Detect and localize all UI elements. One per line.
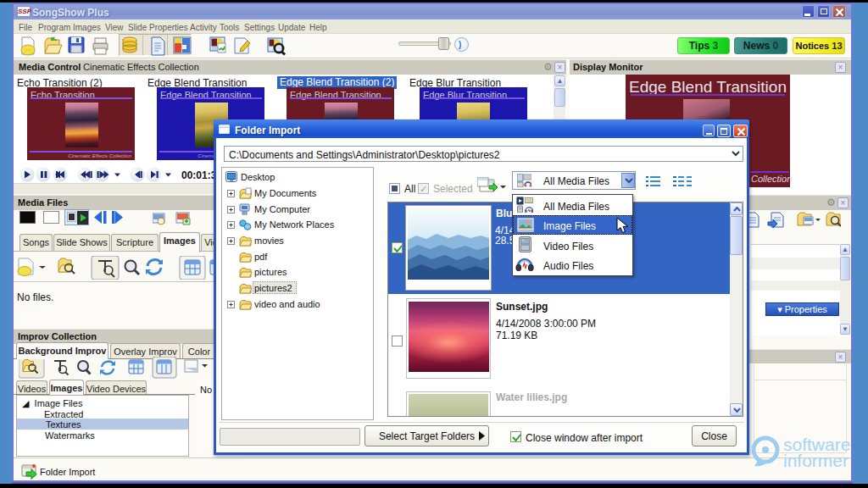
svg-text:informer: informer bbox=[783, 451, 849, 469]
